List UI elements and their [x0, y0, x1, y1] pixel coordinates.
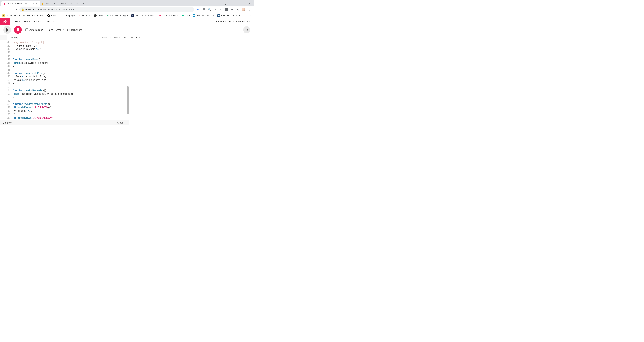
url-host: editor.p5js.org [26, 8, 40, 11]
tab-title: Alura - aula 01 (precisa de ajuste [46, 2, 76, 5]
auto-refresh-label: Auto-refresh [29, 28, 43, 31]
bookmark-item[interactable]: ✈Estude na Estônia [23, 14, 44, 17]
url-path: /kalinehora/sketches/ad9vz92bE [40, 8, 74, 11]
menu-sketch[interactable]: Sketch▼ [32, 19, 45, 24]
zoom-icon[interactable]: 🔍 [208, 8, 211, 11]
bookmark-item[interactable]: ▶Estoniano lessons [193, 14, 214, 17]
bookmark-item[interactable]: aAlura - Cursos tecn... [132, 14, 156, 17]
new-tab-button[interactable]: + [81, 1, 86, 6]
play-button[interactable] [3, 26, 11, 34]
sidebar-toggle-button[interactable]: › [0, 35, 8, 40]
saved-status: Saved: 10 minutes ago [102, 36, 129, 39]
minimize-icon[interactable]: — [230, 1, 237, 6]
chevron-down-icon: ⌄ [124, 121, 126, 124]
bookmarks-bar: ⚜Seguro Social ✈Estude na Estônia ●Eesti… [0, 13, 254, 18]
editor-pane: › sketch.js Saved: 10 minutes ago 404142… [0, 35, 129, 120]
browser-menu-icon[interactable]: ⋮ [248, 8, 251, 11]
p5-toolbar: Auto-refresh Pong - Java ✎ by kalinehora… [0, 25, 254, 35]
address-bar[interactable]: 🔒 editor.p5js.org/kalinehora/sketches/ad… [20, 7, 194, 12]
toolbar-icons: G ⠿ 🔍 ↗ ☆ ? ✦ ▣ ⋮ [195, 8, 252, 11]
scrollbar-thumb[interactable] [126, 86, 129, 114]
preview-label: Preview [131, 36, 140, 39]
bookmark-item[interactable]: ◧KEELEKLIKK.ee - est... [217, 14, 244, 17]
translate-icon[interactable]: ⠿ [202, 8, 206, 11]
google-icon[interactable]: G [196, 8, 200, 11]
menu-edit[interactable]: Edit▼ [22, 19, 32, 24]
code-content[interactable]: if (yBola + raio > height || yBola - rai… [12, 40, 129, 120]
auto-refresh-toggle[interactable]: Auto-refresh [26, 28, 43, 31]
menu-help[interactable]: Help▼ [46, 19, 56, 24]
bookmark-star-icon[interactable]: ☆ [219, 8, 223, 11]
line-gutter: 4041424344454647484950515253545556575859… [0, 40, 12, 120]
back-button[interactable]: ← [1, 7, 6, 12]
pencil-icon[interactable]: ✎ [62, 28, 64, 31]
bookmark-item[interactable]: ⠿Stuudium [78, 14, 91, 17]
maximize-icon[interactable]: ❐ [238, 1, 245, 6]
p5-favicon: ✱ [3, 2, 6, 5]
language-selector[interactable]: English ▼ [216, 20, 226, 23]
bookmark-item[interactable]: ☺eKool [94, 14, 103, 17]
browser-tab-strip: ✱ p5.js Web Editor | Pong - Java × β Alu… [0, 0, 254, 6]
bookmark-item[interactable]: ⚜Seguro Social [2, 14, 20, 17]
file-tab[interactable]: sketch.js [8, 36, 22, 39]
close-tab-icon[interactable]: × [76, 2, 78, 5]
console-label: Console [3, 122, 12, 124]
stop-icon [17, 28, 19, 31]
close-tab-icon[interactable]: × [36, 2, 38, 5]
browser-tab-inactive[interactable]: β Alura - aula 01 (precisa de ajuste × [40, 1, 80, 6]
settings-button[interactable]: ⚙ [243, 26, 250, 33]
sketch-name[interactable]: Pong - Java ✎ [48, 28, 64, 31]
forward-button[interactable]: → [8, 7, 12, 12]
share-icon[interactable]: ↗ [214, 8, 217, 11]
profile-avatar[interactable] [242, 8, 245, 11]
address-bar-row: ← → ⟳ 🔒 editor.p5js.org/kalinehora/sketc… [0, 6, 254, 13]
editor-header: › sketch.js Saved: 10 minutes ago [0, 35, 129, 40]
bookmark-item[interactable]: ₣Emprego [62, 14, 75, 17]
p5-logo[interactable]: p5* [0, 18, 10, 25]
checkbox-icon[interactable] [26, 28, 28, 31]
side-panel-icon[interactable]: ▣ [236, 8, 240, 11]
alura-favicon: β [42, 2, 44, 5]
close-window-icon[interactable]: ✕ [245, 1, 253, 6]
lock-icon: 🔒 [22, 8, 24, 11]
window-controls: ⌄ — ❐ ✕ [222, 1, 254, 6]
preview-pane: Preview [129, 35, 254, 120]
user-greeting[interactable]: Hello, kalinehora! ▼ [229, 20, 250, 23]
bookmark-item[interactable]: ◆INPI [182, 14, 190, 17]
incognito-icon[interactable]: ? [225, 8, 228, 11]
sketch-author: by kalinehora [67, 28, 82, 31]
menu-file[interactable]: File▼ [12, 19, 21, 24]
code-editor[interactable]: 4041424344454647484950515253545556575859… [0, 40, 129, 120]
console-bar[interactable]: Console Clear ⌄ [0, 120, 129, 126]
chevron-down-icon[interactable]: ⌄ [222, 1, 229, 6]
main-row: › sketch.js Saved: 10 minutes ago 404142… [0, 35, 254, 120]
gear-icon: ⚙ [245, 28, 248, 32]
tab-title: p5.js Web Editor | Pong - Java [7, 2, 36, 5]
bookmark-item[interactable]: ✱p5.js Web Editor [159, 14, 178, 17]
reload-button[interactable]: ⟳ [14, 7, 18, 12]
bookmark-item[interactable]: ●Eesti.ee [47, 14, 59, 17]
clear-console-button[interactable]: Clear ⌄ [117, 121, 126, 124]
browser-tab-active[interactable]: ✱ p5.js Web Editor | Pong - Java × [1, 1, 40, 6]
extensions-icon[interactable]: ✦ [230, 8, 234, 11]
bookmarks-overflow-icon[interactable]: » [250, 14, 251, 17]
p5-menubar: p5* File▼ Edit▼ Sketch▼ Help▼ English ▼ … [0, 18, 254, 25]
bookmark-item[interactable]: ◎Intensivo de Inglês [106, 14, 128, 17]
stop-button[interactable] [14, 26, 22, 34]
preview-header: Preview [129, 35, 254, 40]
play-icon [6, 28, 9, 32]
